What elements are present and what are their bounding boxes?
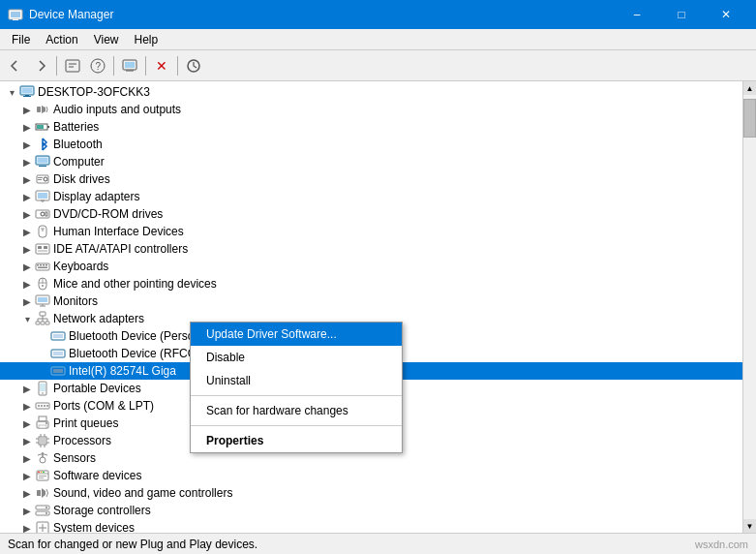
expand-monitors[interactable]: ▶ [19, 293, 35, 309]
toolbar-forward[interactable] [29, 54, 52, 77]
expand-ideata[interactable]: ▶ [19, 241, 35, 257]
uninstall-label: Uninstall [206, 374, 251, 387]
expand-audio[interactable]: ▶ [19, 102, 35, 117]
menu-action[interactable]: Action [38, 31, 85, 48]
expand-software[interactable]: ▶ [19, 468, 35, 483]
expand-storage[interactable]: ▶ [19, 503, 35, 518]
tree-item-audio[interactable]: ▶ Audio inputs and outputs [0, 101, 742, 118]
context-menu: Update Driver Software... Disable Uninst… [190, 322, 403, 453]
svg-rect-22 [39, 166, 46, 167]
disable-label: Disable [206, 351, 245, 364]
expand-disk[interactable]: ▶ [19, 171, 35, 187]
toolbar-properties[interactable] [61, 54, 84, 77]
context-menu-properties[interactable]: Properties [191, 429, 402, 452]
expand-ports[interactable]: ▶ [19, 398, 35, 414]
expand-bluetooth[interactable]: ▶ [19, 137, 35, 152]
software-icon [35, 468, 50, 483]
toolbar-help[interactable]: ? [86, 54, 109, 77]
tree-item-diskdrives[interactable]: ▶ Disk drives [0, 170, 742, 188]
tree-item-mice[interactable]: ▶ Mice and other pointing devices [0, 275, 742, 292]
expand-display[interactable]: ▶ [19, 189, 35, 204]
expand-keyboards[interactable]: ▶ [19, 259, 35, 274]
tree-item-hid[interactable]: ▶ Human Interface Devices [0, 223, 742, 240]
computer-icon [19, 84, 35, 100]
tree-item-monitors[interactable]: ▶ Monitors [0, 292, 742, 310]
printqueues-label: Print queues [53, 416, 118, 430]
svg-rect-101 [37, 490, 41, 496]
svg-rect-25 [38, 177, 43, 178]
tree-item-bluetooth[interactable]: ▶ Bluetooth [0, 136, 742, 153]
portable-icon [35, 381, 50, 396]
tree-root[interactable]: ▾ DESKTOP-3OFCKK3 [0, 83, 742, 101]
audio-label: Audio inputs and outputs [53, 103, 181, 116]
svg-rect-21 [38, 158, 47, 163]
sound-label: Sound, video and game controllers [53, 486, 232, 500]
toolbar-back[interactable] [4, 54, 27, 77]
tree-item-storage[interactable]: ▶ Storage controllers [0, 502, 742, 519]
svg-rect-19 [37, 125, 44, 129]
tree-item-keyboards[interactable]: ▶ Keyboards [0, 258, 742, 275]
svg-rect-26 [38, 179, 42, 180]
svg-point-72 [42, 392, 44, 394]
expand-sensors[interactable]: ▶ [19, 450, 35, 466]
context-menu-uninstall[interactable]: Uninstall [191, 369, 402, 392]
svg-rect-37 [36, 244, 49, 254]
tree-item-computer[interactable]: ▶ Computer [0, 153, 742, 170]
toolbar: ? ✕ [0, 50, 756, 81]
svg-rect-9 [125, 62, 135, 68]
expand-network[interactable]: ▾ [19, 311, 35, 326]
svg-rect-38 [38, 246, 42, 249]
context-menu-disable[interactable]: Disable [191, 346, 402, 369]
tree-item-dvd[interactable]: ▶ DVD/CD-ROM drives [0, 205, 742, 223]
expand-portable[interactable]: ▶ [19, 381, 35, 396]
expand-processors[interactable]: ▶ [19, 433, 35, 448]
tree-panel[interactable]: ▾ DESKTOP-3OFCKK3 ▶ [0, 81, 742, 533]
menu-file[interactable]: File [4, 31, 38, 48]
expand-batteries[interactable]: ▶ [19, 119, 35, 135]
window-title: Device Manager [29, 8, 113, 21]
svg-rect-16 [37, 107, 41, 112]
svg-rect-39 [44, 246, 47, 249]
expand-sound[interactable]: ▶ [19, 485, 35, 501]
expand-mice[interactable]: ▶ [19, 276, 35, 292]
context-menu-sep2 [191, 425, 402, 426]
expand-system[interactable]: ▶ [19, 520, 35, 533]
scroll-up-button[interactable]: ▲ [743, 81, 757, 95]
storage-label: Storage controllers [53, 504, 151, 517]
btrfcomm-icon [50, 346, 66, 361]
svg-rect-33 [45, 212, 47, 216]
root-expand[interactable]: ▾ [4, 84, 19, 100]
menu-help[interactable]: Help [127, 31, 166, 48]
scroll-down-button[interactable]: ▼ [743, 519, 757, 533]
svg-point-98 [43, 472, 45, 474]
tree-item-batteries[interactable]: ▶ Batteries [0, 118, 742, 136]
context-menu-update[interactable]: Update Driver Software... [191, 323, 402, 346]
scroll-thumb[interactable] [743, 99, 756, 138]
tree-item-sound[interactable]: ▶ Sound, video and game controllers [0, 484, 742, 502]
tree-item-software[interactable]: ▶ Software devices [0, 467, 742, 484]
scroll-track[interactable] [743, 95, 756, 519]
scrollbar[interactable]: ▲ ▼ [742, 81, 756, 533]
expand-computer[interactable]: ▶ [19, 154, 35, 169]
context-menu-scan[interactable]: Scan for hardware changes [191, 399, 402, 422]
hid-icon [35, 224, 50, 239]
minimize-button[interactable]: – [615, 0, 659, 29]
toolbar-scan[interactable] [182, 54, 205, 77]
expand-dvd[interactable]: ▶ [19, 206, 35, 222]
sensors-icon [35, 450, 50, 466]
toolbar-delete[interactable]: ✕ [150, 54, 173, 77]
toolbar-computer[interactable] [118, 54, 141, 77]
portable-label: Portable Devices [53, 382, 141, 395]
maximize-button[interactable]: □ [659, 0, 704, 29]
scan-label: Scan for hardware changes [206, 404, 348, 417]
tree-item-display[interactable]: ▶ Display adapters [0, 188, 742, 205]
intel-icon [50, 363, 66, 379]
tree-item-system[interactable]: ▶ System devices [0, 519, 742, 533]
battery-icon [35, 119, 50, 135]
close-button[interactable]: ✕ [704, 0, 748, 29]
tree-item-ideata[interactable]: ▶ IDE ATA/ATAPI controllers [0, 240, 742, 258]
menu-view[interactable]: View [86, 31, 127, 48]
expand-hid[interactable]: ▶ [19, 224, 35, 239]
svg-rect-65 [53, 334, 63, 338]
expand-print[interactable]: ▶ [19, 416, 35, 431]
